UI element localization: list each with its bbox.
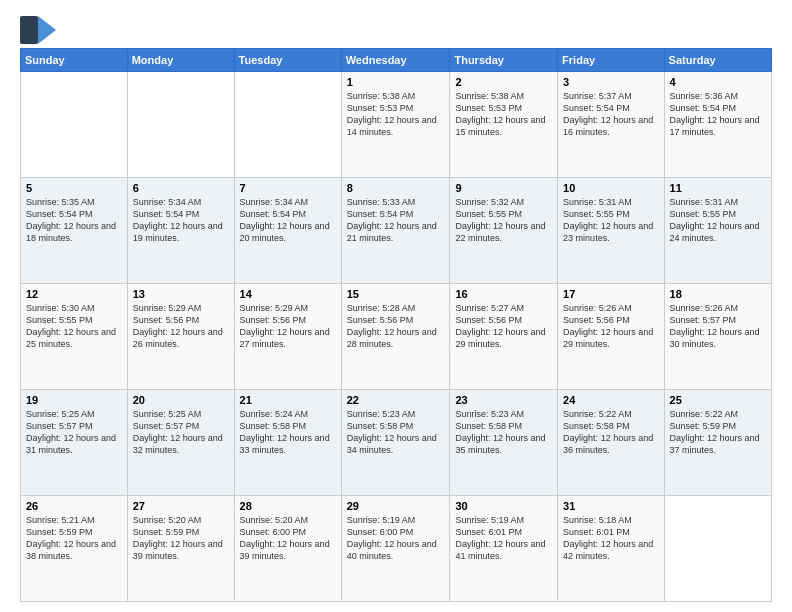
day-number: 21	[240, 394, 336, 406]
svg-marker-1	[38, 16, 56, 44]
day-number: 1	[347, 76, 445, 88]
day-cell: 13Sunrise: 5:29 AM Sunset: 5:56 PM Dayli…	[127, 284, 234, 390]
day-number: 29	[347, 500, 445, 512]
day-number: 26	[26, 500, 122, 512]
day-number: 9	[455, 182, 552, 194]
day-info: Sunrise: 5:27 AM Sunset: 5:56 PM Dayligh…	[455, 302, 552, 351]
day-number: 20	[133, 394, 229, 406]
day-number: 13	[133, 288, 229, 300]
day-number: 18	[670, 288, 766, 300]
day-number: 25	[670, 394, 766, 406]
day-number: 10	[563, 182, 658, 194]
day-number: 16	[455, 288, 552, 300]
day-info: Sunrise: 5:29 AM Sunset: 5:56 PM Dayligh…	[133, 302, 229, 351]
day-info: Sunrise: 5:23 AM Sunset: 5:58 PM Dayligh…	[347, 408, 445, 457]
day-number: 31	[563, 500, 658, 512]
day-cell: 24Sunrise: 5:22 AM Sunset: 5:58 PM Dayli…	[558, 390, 664, 496]
day-cell: 3Sunrise: 5:37 AM Sunset: 5:54 PM Daylig…	[558, 72, 664, 178]
day-number: 12	[26, 288, 122, 300]
day-cell: 12Sunrise: 5:30 AM Sunset: 5:55 PM Dayli…	[21, 284, 128, 390]
day-info: Sunrise: 5:29 AM Sunset: 5:56 PM Dayligh…	[240, 302, 336, 351]
day-cell: 17Sunrise: 5:26 AM Sunset: 5:56 PM Dayli…	[558, 284, 664, 390]
day-cell: 28Sunrise: 5:20 AM Sunset: 6:00 PM Dayli…	[234, 496, 341, 602]
day-cell: 21Sunrise: 5:24 AM Sunset: 5:58 PM Dayli…	[234, 390, 341, 496]
day-number: 17	[563, 288, 658, 300]
day-cell	[234, 72, 341, 178]
day-info: Sunrise: 5:38 AM Sunset: 5:53 PM Dayligh…	[347, 90, 445, 139]
day-number: 3	[563, 76, 658, 88]
day-info: Sunrise: 5:26 AM Sunset: 5:57 PM Dayligh…	[670, 302, 766, 351]
calendar-page: SundayMondayTuesdayWednesdayThursdayFrid…	[0, 0, 792, 612]
day-cell: 11Sunrise: 5:31 AM Sunset: 5:55 PM Dayli…	[664, 178, 771, 284]
day-cell: 8Sunrise: 5:33 AM Sunset: 5:54 PM Daylig…	[341, 178, 450, 284]
day-number: 22	[347, 394, 445, 406]
day-cell: 29Sunrise: 5:19 AM Sunset: 6:00 PM Dayli…	[341, 496, 450, 602]
day-number: 30	[455, 500, 552, 512]
day-info: Sunrise: 5:38 AM Sunset: 5:53 PM Dayligh…	[455, 90, 552, 139]
day-cell: 16Sunrise: 5:27 AM Sunset: 5:56 PM Dayli…	[450, 284, 558, 390]
day-info: Sunrise: 5:26 AM Sunset: 5:56 PM Dayligh…	[563, 302, 658, 351]
day-info: Sunrise: 5:31 AM Sunset: 5:55 PM Dayligh…	[670, 196, 766, 245]
day-cell: 2Sunrise: 5:38 AM Sunset: 5:53 PM Daylig…	[450, 72, 558, 178]
logo	[20, 16, 54, 38]
day-number: 11	[670, 182, 766, 194]
day-cell: 23Sunrise: 5:23 AM Sunset: 5:58 PM Dayli…	[450, 390, 558, 496]
day-info: Sunrise: 5:19 AM Sunset: 6:01 PM Dayligh…	[455, 514, 552, 563]
day-cell: 10Sunrise: 5:31 AM Sunset: 5:55 PM Dayli…	[558, 178, 664, 284]
week-row-2: 5Sunrise: 5:35 AM Sunset: 5:54 PM Daylig…	[21, 178, 772, 284]
day-cell: 27Sunrise: 5:20 AM Sunset: 5:59 PM Dayli…	[127, 496, 234, 602]
week-row-1: 1Sunrise: 5:38 AM Sunset: 5:53 PM Daylig…	[21, 72, 772, 178]
day-cell: 7Sunrise: 5:34 AM Sunset: 5:54 PM Daylig…	[234, 178, 341, 284]
day-cell: 26Sunrise: 5:21 AM Sunset: 5:59 PM Dayli…	[21, 496, 128, 602]
day-number: 6	[133, 182, 229, 194]
day-cell: 31Sunrise: 5:18 AM Sunset: 6:01 PM Dayli…	[558, 496, 664, 602]
calendar-body: 1Sunrise: 5:38 AM Sunset: 5:53 PM Daylig…	[21, 72, 772, 602]
week-row-3: 12Sunrise: 5:30 AM Sunset: 5:55 PM Dayli…	[21, 284, 772, 390]
day-number: 5	[26, 182, 122, 194]
day-info: Sunrise: 5:22 AM Sunset: 5:58 PM Dayligh…	[563, 408, 658, 457]
day-number: 28	[240, 500, 336, 512]
day-number: 24	[563, 394, 658, 406]
day-cell: 25Sunrise: 5:22 AM Sunset: 5:59 PM Dayli…	[664, 390, 771, 496]
day-info: Sunrise: 5:22 AM Sunset: 5:59 PM Dayligh…	[670, 408, 766, 457]
day-info: Sunrise: 5:30 AM Sunset: 5:55 PM Dayligh…	[26, 302, 122, 351]
day-number: 19	[26, 394, 122, 406]
day-cell: 4Sunrise: 5:36 AM Sunset: 5:54 PM Daylig…	[664, 72, 771, 178]
day-cell: 15Sunrise: 5:28 AM Sunset: 5:56 PM Dayli…	[341, 284, 450, 390]
day-info: Sunrise: 5:32 AM Sunset: 5:55 PM Dayligh…	[455, 196, 552, 245]
calendar-header: SundayMondayTuesdayWednesdayThursdayFrid…	[21, 49, 772, 72]
weekday-row: SundayMondayTuesdayWednesdayThursdayFrid…	[21, 49, 772, 72]
day-info: Sunrise: 5:20 AM Sunset: 6:00 PM Dayligh…	[240, 514, 336, 563]
day-number: 27	[133, 500, 229, 512]
day-info: Sunrise: 5:31 AM Sunset: 5:55 PM Dayligh…	[563, 196, 658, 245]
week-row-5: 26Sunrise: 5:21 AM Sunset: 5:59 PM Dayli…	[21, 496, 772, 602]
day-info: Sunrise: 5:35 AM Sunset: 5:54 PM Dayligh…	[26, 196, 122, 245]
day-info: Sunrise: 5:34 AM Sunset: 5:54 PM Dayligh…	[133, 196, 229, 245]
day-info: Sunrise: 5:25 AM Sunset: 5:57 PM Dayligh…	[133, 408, 229, 457]
svg-rect-0	[20, 16, 38, 44]
day-cell: 1Sunrise: 5:38 AM Sunset: 5:53 PM Daylig…	[341, 72, 450, 178]
weekday-header-sunday: Sunday	[21, 49, 128, 72]
logo-icon	[20, 16, 50, 36]
day-cell: 19Sunrise: 5:25 AM Sunset: 5:57 PM Dayli…	[21, 390, 128, 496]
weekday-header-monday: Monday	[127, 49, 234, 72]
day-number: 7	[240, 182, 336, 194]
day-number: 15	[347, 288, 445, 300]
weekday-header-saturday: Saturday	[664, 49, 771, 72]
day-number: 8	[347, 182, 445, 194]
day-number: 14	[240, 288, 336, 300]
day-info: Sunrise: 5:37 AM Sunset: 5:54 PM Dayligh…	[563, 90, 658, 139]
day-info: Sunrise: 5:28 AM Sunset: 5:56 PM Dayligh…	[347, 302, 445, 351]
day-info: Sunrise: 5:23 AM Sunset: 5:58 PM Dayligh…	[455, 408, 552, 457]
day-info: Sunrise: 5:20 AM Sunset: 5:59 PM Dayligh…	[133, 514, 229, 563]
day-cell: 6Sunrise: 5:34 AM Sunset: 5:54 PM Daylig…	[127, 178, 234, 284]
header	[20, 16, 772, 38]
day-cell: 18Sunrise: 5:26 AM Sunset: 5:57 PM Dayli…	[664, 284, 771, 390]
day-cell	[127, 72, 234, 178]
weekday-header-tuesday: Tuesday	[234, 49, 341, 72]
day-number: 4	[670, 76, 766, 88]
day-cell: 20Sunrise: 5:25 AM Sunset: 5:57 PM Dayli…	[127, 390, 234, 496]
day-info: Sunrise: 5:33 AM Sunset: 5:54 PM Dayligh…	[347, 196, 445, 245]
day-cell	[21, 72, 128, 178]
day-info: Sunrise: 5:25 AM Sunset: 5:57 PM Dayligh…	[26, 408, 122, 457]
